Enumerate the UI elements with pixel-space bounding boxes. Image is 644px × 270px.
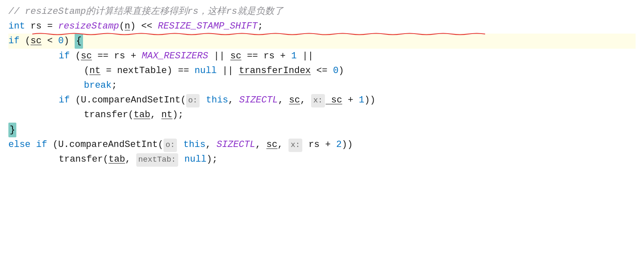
comment-line: // resizeStamp的计算结果直接左移得到rs，这样rs就是负数了 <box>8 4 636 19</box>
keyword-else: else if <box>8 137 47 152</box>
var-nt2: nt <box>161 107 172 122</box>
label-nexttab: nextTab: <box>136 153 178 167</box>
label-x2: x: <box>288 139 302 152</box>
null-keyword2: null <box>179 152 207 167</box>
arg-n: n <box>125 19 130 34</box>
eq-op1: == rs + <box>92 49 142 63</box>
nt-assign: = nextTable <box>101 63 167 78</box>
var-sc2: sc <box>81 49 92 63</box>
resize-stamp-shift-const: RESIZE_STAMP_SHIFT <box>158 19 257 34</box>
transfer-line2: transfer( tab , nextTab: null ); <box>8 152 636 167</box>
comma7: , <box>278 137 288 152</box>
keyword-if2: if <box>59 49 70 63</box>
transfer-index: transferIndex <box>239 63 311 78</box>
lt-op: < <box>42 34 58 48</box>
rs-assign: rs = <box>25 19 58 34</box>
var-nt: nt <box>89 63 100 78</box>
inner-if-line: if ( sc == rs + MAX_RESIZERS || sc == rs… <box>8 49 636 63</box>
double-paren-close: )) <box>364 93 375 107</box>
nt-paren-open: ( <box>84 63 89 78</box>
this-keyword: this <box>200 93 228 107</box>
comma8: , <box>125 152 136 167</box>
if-paren-open: ( <box>19 34 30 48</box>
eq-op3: == <box>172 63 195 78</box>
or-op3: || <box>217 63 239 78</box>
num-2: 2 <box>336 137 342 152</box>
num-0b: 0 <box>333 63 338 78</box>
label-o1: o: <box>186 94 200 107</box>
num-1b: 1 <box>359 93 364 107</box>
close-brace-line: } <box>8 123 636 137</box>
shift-op: << <box>136 19 158 34</box>
cond-paren-close: ) <box>338 63 344 78</box>
label-x1: x: <box>311 94 325 107</box>
or-op2: || <box>297 49 314 63</box>
if-sc-line: if ( sc < 0 ) { <box>8 34 636 48</box>
inner-paren-open: ( <box>70 49 80 63</box>
else-if-line: else if (U.compareAndSetInt( o: this , S… <box>8 137 636 152</box>
keyword-break: break <box>84 78 112 93</box>
comment-text: // resizeStamp的计算结果直接左移得到rs，这样rs就是负数了 <box>8 4 283 19</box>
var-sc6: sc <box>266 137 277 152</box>
sizectl-const2: SIZECTL <box>217 137 255 152</box>
paren-close: ) <box>130 19 135 34</box>
if-compare-line: if (U.compareAndSetInt( o: this , SIZECT… <box>8 93 636 107</box>
eq-op2: == rs + <box>242 49 291 63</box>
comma6: , <box>255 137 266 152</box>
label-o2: o: <box>164 139 177 152</box>
open-brace1: { <box>75 34 83 48</box>
or-op1: || <box>208 49 230 63</box>
break-line: break ; <box>8 78 636 93</box>
compare-text2: (U.compareAndSetInt( <box>47 137 163 152</box>
var-sc1: sc <box>31 34 42 48</box>
plus-op1: + <box>342 93 359 107</box>
this-keyword2: this <box>178 137 205 152</box>
num-0: 0 <box>58 34 64 48</box>
lte-op: <= <box>311 63 333 78</box>
nt-line: ( nt = nextTable ) == null || transferIn… <box>8 63 636 78</box>
semicolon1: ; <box>257 19 263 34</box>
close-brace1: } <box>8 123 16 137</box>
space1 <box>69 34 75 48</box>
max-resizers-const: MAX_RESIZERS <box>142 49 208 63</box>
keyword-if3: if <box>59 93 70 107</box>
rs-plus2: rs + <box>303 137 336 152</box>
null-keyword1: null <box>195 63 217 78</box>
keyword-if1: if <box>8 34 19 48</box>
keyword-int: int <box>8 19 25 34</box>
comma1: , <box>228 93 239 107</box>
num-1: 1 <box>291 49 297 63</box>
sizectl-const1: SIZECTL <box>239 93 278 107</box>
var-sc4: sc <box>289 93 300 107</box>
semi3: ); <box>207 152 218 167</box>
comma5: , <box>205 137 216 152</box>
transfer-line1: transfer( tab , nt ); <box>8 107 636 122</box>
semi2: ); <box>172 107 183 122</box>
comma2: , <box>278 93 289 107</box>
paren-open: ( <box>119 19 125 34</box>
if-paren-close: ) <box>64 34 69 48</box>
var-tab1: tab <box>134 107 151 122</box>
compare-text1: (U.compareAndSetInt( <box>70 93 186 107</box>
transfer-method1: transfer( <box>84 107 134 122</box>
var-sc5: sc <box>326 93 343 107</box>
double-paren-close2: )) <box>342 137 353 152</box>
var-tab2: tab <box>109 152 125 167</box>
var-sc3: sc <box>230 49 241 63</box>
comma3: , <box>300 93 311 107</box>
resize-stamp-method: resizeStamp <box>58 19 119 34</box>
transfer-method2: transfer( <box>59 152 109 167</box>
code-viewer: // resizeStamp的计算结果直接左移得到rs，这样rs就是负数了 in… <box>0 0 644 175</box>
nt-paren-close: ) <box>167 63 172 78</box>
comma4: , <box>150 107 161 122</box>
int-rs-line: int rs = resizeStamp ( n ) << RESIZE_STA… <box>8 19 636 34</box>
semi-break: ; <box>112 78 117 93</box>
